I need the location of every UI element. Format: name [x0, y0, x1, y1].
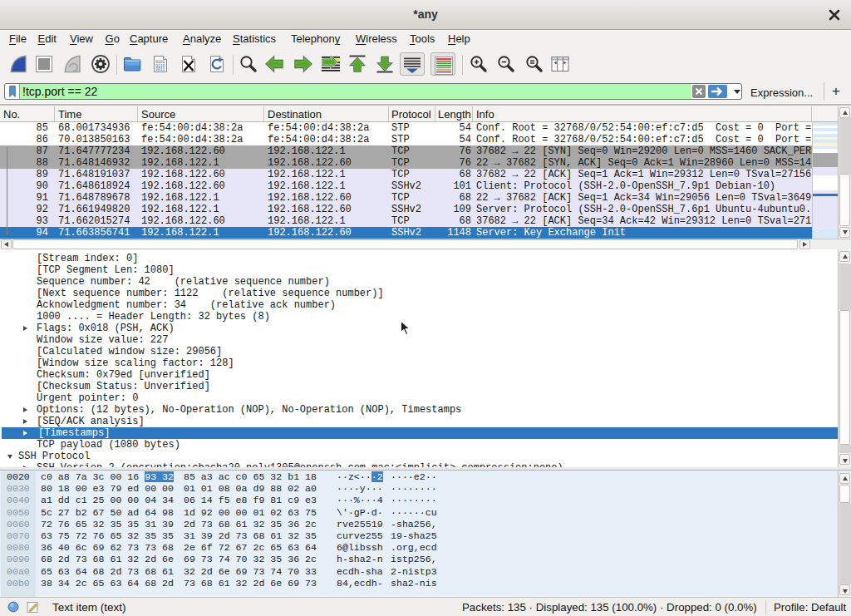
svg-text:0011: 0011 [155, 67, 165, 71]
